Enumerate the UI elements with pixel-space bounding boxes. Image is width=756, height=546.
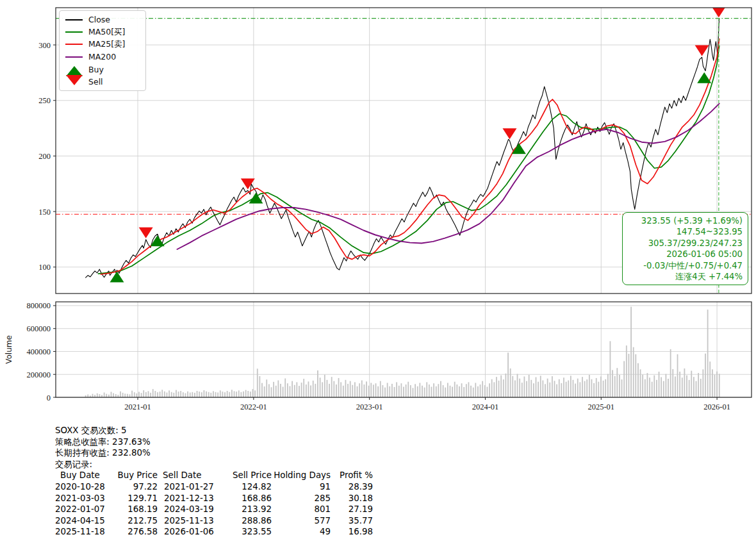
ma50-line-sample bbox=[65, 31, 83, 33]
volume-bar bbox=[361, 381, 363, 397]
legend-item-sell: Sell bbox=[65, 76, 140, 88]
volume-bar bbox=[152, 389, 154, 397]
volume-bar bbox=[716, 372, 718, 397]
trading-strategy-page: 1001502002503000200000400000600000800000… bbox=[0, 0, 756, 546]
close-line-sample bbox=[65, 19, 83, 21]
volume-bar bbox=[598, 382, 599, 397]
volume-bar bbox=[343, 386, 344, 397]
volume-bar bbox=[187, 392, 188, 397]
trade-log-title: 交易记录: bbox=[55, 459, 414, 470]
volume-bar bbox=[691, 371, 692, 397]
volume-bar bbox=[238, 390, 240, 397]
trade-row: 2024-04-15212.752025-11-13288.8657735.77 bbox=[55, 515, 414, 527]
volume-bar bbox=[542, 381, 543, 397]
volume-bar bbox=[245, 390, 247, 397]
volume-bar bbox=[389, 386, 390, 397]
volume-bar bbox=[621, 379, 623, 397]
volume-bar bbox=[556, 385, 557, 397]
volume-bar bbox=[220, 390, 221, 397]
volume-bar bbox=[148, 391, 149, 397]
volume-bar bbox=[217, 392, 218, 397]
volume-bar bbox=[477, 386, 479, 397]
volume-bar bbox=[633, 347, 634, 397]
volume-bar bbox=[563, 377, 564, 397]
volume-bar bbox=[396, 382, 397, 397]
trade-cell: 28.39 bbox=[331, 481, 373, 493]
volume-bar bbox=[487, 387, 488, 397]
volume-bar bbox=[254, 390, 256, 397]
volume-bar bbox=[268, 384, 270, 397]
trade-table-header: Buy DateBuy PriceSell DateSell PriceHold… bbox=[55, 470, 414, 481]
trade-row: 2022-01-07168.192024-03-19213.9280127.19 bbox=[55, 504, 414, 515]
volume-bar bbox=[194, 393, 195, 397]
volume-bar bbox=[630, 307, 632, 397]
volume-bar bbox=[549, 383, 550, 397]
volume-bar bbox=[600, 376, 602, 397]
trade-cell: 2026-01-06 bbox=[158, 526, 224, 538]
volume-bar bbox=[559, 379, 560, 397]
volume-bar bbox=[201, 392, 202, 397]
annotation-ma-values-line: 305.37/299.23/247.23 bbox=[628, 238, 743, 249]
volume-bar bbox=[308, 381, 309, 397]
volume-bar bbox=[413, 388, 414, 397]
volume-bar bbox=[327, 380, 328, 397]
annotation-range-line: 147.54~323.95 bbox=[628, 226, 743, 237]
trade-col-header: Sell Price bbox=[224, 470, 272, 481]
volume-bar bbox=[160, 392, 161, 397]
trade-cell: 168.19 bbox=[117, 504, 158, 515]
trade-cell: 2021-03-03 bbox=[55, 493, 117, 504]
volume-bar bbox=[450, 386, 451, 397]
volume-bar bbox=[368, 386, 370, 397]
volume-bar bbox=[689, 380, 690, 397]
volume-bar bbox=[350, 381, 351, 397]
legend-label-ma50: MA50[买] bbox=[88, 27, 126, 38]
volume-bar bbox=[424, 388, 425, 397]
x-tick-label: 2023-01 bbox=[356, 402, 383, 411]
volume-bar bbox=[266, 379, 267, 397]
volume-bar bbox=[273, 382, 274, 397]
trade-cell: 30.18 bbox=[331, 493, 373, 504]
volume-bar bbox=[698, 373, 699, 397]
volume-bar bbox=[659, 372, 660, 397]
trade-col-header: Profit % bbox=[331, 470, 373, 481]
volume-bar bbox=[377, 386, 379, 397]
volume-bar bbox=[141, 393, 142, 397]
volume-bar bbox=[653, 376, 655, 397]
volume-bar bbox=[417, 386, 418, 397]
volume-bar bbox=[224, 392, 226, 397]
volume-bar bbox=[503, 379, 504, 397]
volume-bar bbox=[684, 368, 685, 397]
volume-bar bbox=[407, 382, 409, 397]
volume-bar bbox=[431, 387, 432, 397]
volume-bar bbox=[533, 383, 534, 397]
volume-bar bbox=[322, 382, 323, 397]
volume-bar bbox=[136, 393, 137, 397]
volume-bar bbox=[120, 392, 121, 397]
volume-bar bbox=[415, 384, 416, 397]
volume-bar bbox=[582, 377, 583, 397]
volume-bar bbox=[190, 392, 191, 397]
volume-bar bbox=[157, 392, 158, 397]
legend-label-buy: Buy bbox=[88, 65, 104, 74]
volume-bar bbox=[603, 381, 604, 397]
volume-bar bbox=[375, 383, 377, 397]
volume-bar bbox=[384, 388, 386, 397]
volume-bar bbox=[257, 368, 258, 397]
volume-bar bbox=[192, 392, 193, 397]
legend-label-sell: Sell bbox=[88, 77, 103, 87]
trade-cell: 2024-03-19 bbox=[158, 504, 224, 515]
volume-bar bbox=[87, 395, 88, 397]
volume-bar bbox=[324, 375, 325, 397]
volume-bar bbox=[545, 384, 546, 397]
volume-bar bbox=[124, 393, 126, 397]
volume-bar bbox=[670, 349, 671, 397]
volume-bar bbox=[394, 387, 395, 397]
volume-bar bbox=[183, 392, 184, 397]
volume-bar bbox=[491, 379, 493, 397]
trade-cell: 124.82 bbox=[224, 481, 272, 493]
trade-cell: 97.22 bbox=[117, 481, 158, 493]
volume-bar bbox=[433, 383, 434, 397]
sell-marker bbox=[695, 45, 709, 56]
volume-bar bbox=[234, 391, 235, 397]
volume-bar bbox=[204, 390, 205, 397]
